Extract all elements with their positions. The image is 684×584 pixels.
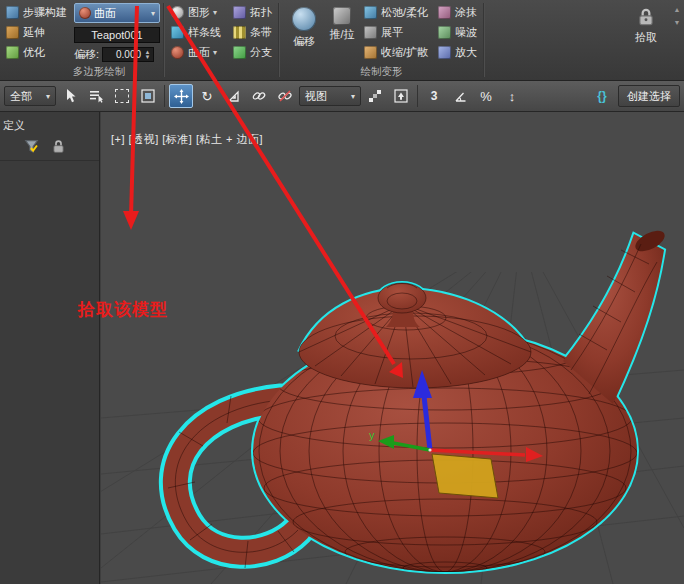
shape-icon [171,6,184,19]
surface-icon [171,46,184,59]
ribbon-item-flatten[interactable]: 展平 [361,23,431,42]
paint-offset-label: 偏移 [293,34,315,49]
window-crossing-button[interactable] [136,84,160,108]
select-and-scale-button[interactable] [221,84,245,108]
spinner-snap-button[interactable]: ↕ [500,84,524,108]
selection-filter-dropdown[interactable]: 全部 ▾ [4,86,56,106]
angle-snap-button[interactable] [448,84,472,108]
unlink-selection-button[interactable] [273,84,297,108]
ribbon-item-shrink-spread[interactable]: 收缩/扩散 [361,43,431,62]
ribbon-item-extend[interactable]: 延伸 [3,23,70,42]
arrow-up-box-icon [394,89,408,103]
paint-offset-icon [292,7,316,31]
snap-toggle-button[interactable]: 3 [422,84,446,108]
ribbon-item-label: 分支 [250,45,272,60]
select-and-move-button[interactable] [169,84,193,108]
ribbon-item-branch[interactable]: 分支 [230,43,275,62]
rectangular-selection-button[interactable] [110,84,134,108]
panel-caption: 绘制变形 [280,65,483,79]
gizmo-y-axis-label: y [369,429,375,441]
surface-button-label: 曲面 [94,6,116,21]
ribbon-item-enlarge[interactable]: 放大 [435,43,480,62]
create-selection-set-button[interactable]: 创建选择 [618,85,680,107]
selection-region-icon [115,89,129,103]
percent-snap-icon: % [480,89,492,104]
ribbon-item-label: 图形 [188,5,210,20]
ribbon-item-topology[interactable]: 拓扑 [230,3,275,22]
push-pull-icon [333,7,351,25]
select-object-button[interactable] [58,84,82,108]
snap-3d-icon: 3 [431,89,438,103]
toolbar-separator [417,85,418,107]
lock-icon[interactable] [51,139,66,154]
ribbon-panel-pick: 拾取 [622,0,670,80]
select-by-name-button[interactable] [84,84,108,108]
paint-offset-button[interactable]: 偏移 [283,3,325,64]
reference-coordinate-value: 视图 [305,89,327,104]
ribbon-collapse-controls[interactable]: ▲ ▼ [670,0,684,80]
ribbon-item-label: 涂抹 [455,5,477,20]
selection-filter-value: 全部 [10,89,32,104]
create-selection-label: 创建选择 [627,89,671,104]
offset-label: 偏移: [74,47,99,62]
chevron-down-icon: ▾ [151,9,155,18]
pick-label: 拾取 [635,30,657,45]
named-selection-sets-button[interactable]: {} [590,84,614,108]
viewport-label[interactable]: [+] [透视] [标准] [粘土 + 边面] [111,132,263,147]
sidebar-title: 定义 [0,112,99,137]
ribbon-item-strip[interactable]: 条带 [230,23,275,42]
ribbon-item-label: 步骤构建 [23,5,67,20]
percent-snap-button[interactable]: % [474,84,498,108]
select-and-rotate-button[interactable]: ↻ [195,84,219,108]
reference-coordinate-dropdown[interactable]: 视图 ▾ [299,86,361,106]
rotate-icon: ↻ [202,89,213,104]
ribbon-item-spline[interactable]: 样条线 [168,23,224,42]
teapot-model [168,226,668,574]
push-pull-button[interactable]: 推/拉 [325,3,359,64]
chevron-down-icon: ▾ [46,92,50,101]
filter-funnel-icon[interactable] [24,139,39,154]
select-and-link-button[interactable] [247,84,271,108]
pick-button[interactable]: 拾取 [625,3,667,64]
spinner-snap-icon: ↕ [509,89,516,104]
surface-icon [79,7,91,19]
ribbon-item-surface2[interactable]: 曲面 ▾ [168,43,224,62]
flatten-icon [364,26,377,39]
spinner-arrows-icon[interactable]: ▲▼ [143,48,152,61]
pick-lock-icon [636,7,656,27]
ribbon-panel-paint-deform: 偏移 推/拉 松弛/柔化 展平 收缩/扩散 [280,0,483,80]
ribbon-item-label: 延伸 [23,25,45,40]
use-pivot-center-button[interactable] [363,84,387,108]
window-crossing-icon [141,89,155,103]
ribbon-item-smear[interactable]: 涂抹 [435,3,480,22]
ribbon-item-label: 收缩/扩散 [381,45,428,60]
ribbon-item-step-build[interactable]: 步骤构建 [3,3,70,22]
spline-icon [171,26,184,39]
main-toolbar: 全部 ▾ [0,81,684,112]
ribbon-item-label: 优化 [23,45,45,60]
toolbar-separator [164,85,165,107]
ribbon-item-label: 曲面 [188,45,210,60]
picked-object-name-field[interactable]: Teapot001 [74,27,160,43]
chevron-down-icon: ▼ [674,19,681,26]
offset-value-field[interactable]: 0.000 ▲▼ [102,47,154,62]
panel-caption: 多边形绘制 [4,65,194,79]
ribbon: 步骤构建 延伸 优化 曲面 ▾ Teapot001 [0,0,684,81]
ribbon-item-optimize[interactable]: 优化 [3,43,70,62]
chevron-down-icon: ▾ [213,8,217,17]
ribbon-item-relax[interactable]: 松弛/柔化 [361,3,431,22]
ribbon-item-label: 条带 [250,25,272,40]
offset-spinner-row: 偏移: 0.000 ▲▼ [74,47,160,62]
relax-icon [364,6,377,19]
modifier-sidebar: 定义 [0,112,100,584]
ribbon-item-shape[interactable]: 图形 ▾ [168,3,224,22]
chevron-down-icon: ▾ [351,92,355,101]
pivot-center-icon [368,89,382,103]
ribbon-item-noise[interactable]: 噪波 [435,23,480,42]
chevron-down-icon: ▾ [213,48,217,57]
surface-dropdown-button[interactable]: 曲面 ▾ [74,3,160,23]
link-chain-icon [251,89,267,103]
viewport[interactable]: y [+] [透视] [标准] [粘土 + 边面] [101,112,684,584]
selection-lock-toggle-button[interactable] [389,84,413,108]
unlink-chain-icon [277,89,293,103]
